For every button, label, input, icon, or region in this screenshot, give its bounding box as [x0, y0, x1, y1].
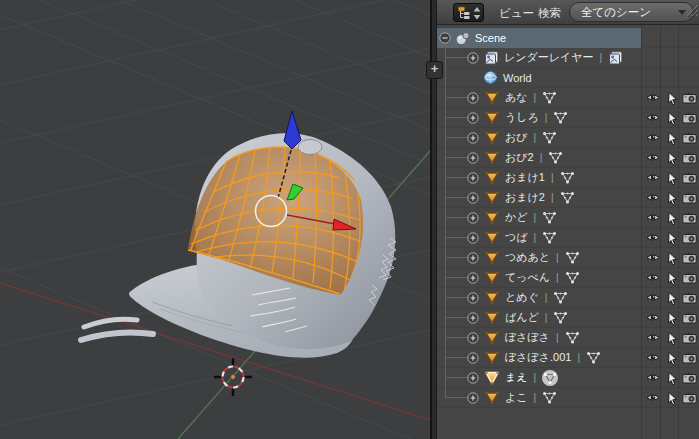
- collapse-icon[interactable]: [439, 32, 451, 44]
- selectability-cursor-icon[interactable]: [667, 372, 678, 386]
- object-name[interactable]: よこ: [505, 390, 528, 405]
- expand-icon[interactable]: [467, 392, 479, 404]
- object-name[interactable]: うしろ: [505, 110, 539, 125]
- selectability-cursor-icon[interactable]: [667, 392, 678, 406]
- renderability-camera-icon[interactable]: [682, 352, 697, 364]
- object-name[interactable]: おまけ1: [505, 170, 545, 185]
- display-mode-dropdown[interactable]: 全てのシーン: [569, 2, 694, 22]
- expand-icon[interactable]: [467, 112, 479, 124]
- expand-icon[interactable]: [467, 212, 479, 224]
- object-row[interactable]: おび2 |: [437, 148, 699, 168]
- selectability-cursor-icon[interactable]: [667, 212, 678, 226]
- renderability-camera-icon[interactable]: [682, 252, 697, 264]
- renderability-camera-icon[interactable]: [682, 332, 697, 344]
- editor-type-button[interactable]: [453, 3, 484, 22]
- renderability-camera-icon[interactable]: [682, 272, 697, 284]
- object-name[interactable]: おび: [505, 130, 528, 145]
- render-layer-name[interactable]: レンダーレイヤー: [504, 50, 594, 65]
- object-name[interactable]: つば: [505, 230, 528, 245]
- renderability-camera-icon[interactable]: [682, 92, 697, 104]
- expand-icon[interactable]: [467, 132, 479, 144]
- expand-icon[interactable]: [467, 172, 479, 184]
- selectability-cursor-icon[interactable]: [667, 232, 678, 246]
- visibility-eye-icon[interactable]: [646, 272, 660, 283]
- object-row[interactable]: おまけ1 |: [437, 168, 699, 188]
- selectability-cursor-icon[interactable]: [667, 132, 678, 146]
- visibility-eye-icon[interactable]: [646, 92, 660, 103]
- expand-icon[interactable]: [467, 372, 479, 384]
- visibility-eye-icon[interactable]: [646, 332, 660, 343]
- renderability-camera-icon[interactable]: [682, 232, 697, 244]
- renderability-camera-icon[interactable]: [682, 292, 697, 304]
- renderability-camera-icon[interactable]: [682, 192, 697, 204]
- object-row[interactable]: うしろ |: [437, 108, 699, 128]
- expand-icon[interactable]: [467, 152, 479, 164]
- expand-region-button[interactable]: +: [426, 61, 443, 79]
- renderability-camera-icon[interactable]: [682, 112, 697, 124]
- visibility-eye-icon[interactable]: [646, 252, 660, 263]
- visibility-eye-icon[interactable]: [646, 112, 660, 123]
- renderability-camera-icon[interactable]: [682, 312, 697, 324]
- 3d-viewport[interactable]: [0, 0, 430, 439]
- object-name[interactable]: てっぺん: [505, 270, 550, 285]
- menu-search[interactable]: 検索: [538, 6, 561, 21]
- selectability-cursor-icon[interactable]: [667, 312, 678, 326]
- selectability-cursor-icon[interactable]: [667, 252, 678, 266]
- visibility-eye-icon[interactable]: [646, 212, 660, 223]
- scene-row[interactable]: Scene: [437, 28, 699, 48]
- object-name[interactable]: おまけ2: [505, 190, 545, 205]
- expand-icon[interactable]: [467, 92, 479, 104]
- object-name[interactable]: ぼさぼさ: [505, 330, 550, 345]
- object-row[interactable]: おまけ2 |: [437, 188, 699, 208]
- object-row[interactable]: てっぺん |: [437, 268, 699, 288]
- renderability-camera-icon[interactable]: [682, 392, 697, 404]
- renderability-camera-icon[interactable]: [682, 212, 697, 224]
- render-layer-row[interactable]: レンダーレイヤー |: [437, 48, 699, 68]
- expand-icon[interactable]: [467, 232, 479, 244]
- object-name[interactable]: まえ: [505, 370, 528, 385]
- visibility-eye-icon[interactable]: [646, 192, 660, 203]
- visibility-eye-icon[interactable]: [646, 152, 660, 163]
- menu-view[interactable]: ビュー: [499, 6, 534, 21]
- visibility-eye-icon[interactable]: [646, 392, 660, 403]
- object-row[interactable]: ばんど |: [437, 308, 699, 328]
- object-row[interactable]: つば |: [437, 228, 699, 248]
- object-name[interactable]: かど: [505, 210, 528, 225]
- object-name[interactable]: ばんど: [505, 310, 539, 325]
- object-row-active[interactable]: まえ |: [437, 368, 699, 388]
- object-name[interactable]: あな: [505, 90, 528, 105]
- visibility-eye-icon[interactable]: [646, 352, 660, 363]
- object-row[interactable]: つめあと |: [437, 248, 699, 268]
- object-row[interactable]: おび |: [437, 128, 699, 148]
- object-row[interactable]: とめぐ |: [437, 288, 699, 308]
- world-name[interactable]: World: [503, 72, 532, 84]
- visibility-eye-icon[interactable]: [646, 292, 660, 303]
- selectability-cursor-icon[interactable]: [667, 332, 678, 346]
- object-row[interactable]: かど |: [437, 208, 699, 228]
- object-name[interactable]: ぼさぼさ.001: [505, 350, 571, 365]
- scene-name[interactable]: Scene: [475, 32, 506, 44]
- object-row[interactable]: よこ |: [437, 388, 699, 408]
- selectability-cursor-icon[interactable]: [667, 112, 678, 126]
- expand-icon[interactable]: [467, 192, 479, 204]
- selectability-cursor-icon[interactable]: [667, 352, 678, 366]
- world-row[interactable]: World: [437, 68, 699, 88]
- selectability-cursor-icon[interactable]: [667, 292, 678, 306]
- corner-resize-grip[interactable]: [683, 1, 699, 17]
- renderability-camera-icon[interactable]: [682, 372, 697, 384]
- expand-icon[interactable]: [467, 52, 479, 64]
- selectability-cursor-icon[interactable]: [667, 92, 678, 106]
- object-row[interactable]: ぼさぼさ |: [437, 328, 699, 348]
- visibility-eye-icon[interactable]: [646, 372, 660, 383]
- renderability-camera-icon[interactable]: [682, 172, 697, 184]
- object-row[interactable]: ぼさぼさ.001 |: [437, 348, 699, 368]
- visibility-eye-icon[interactable]: [646, 132, 660, 143]
- object-name[interactable]: つめあと: [505, 250, 550, 265]
- selectability-cursor-icon[interactable]: [667, 172, 678, 186]
- expand-icon[interactable]: [467, 252, 479, 264]
- object-name[interactable]: おび2: [505, 150, 534, 165]
- expand-icon[interactable]: [467, 332, 479, 344]
- renderability-camera-icon[interactable]: [682, 152, 697, 164]
- expand-icon[interactable]: [467, 272, 479, 284]
- visibility-eye-icon[interactable]: [646, 232, 660, 243]
